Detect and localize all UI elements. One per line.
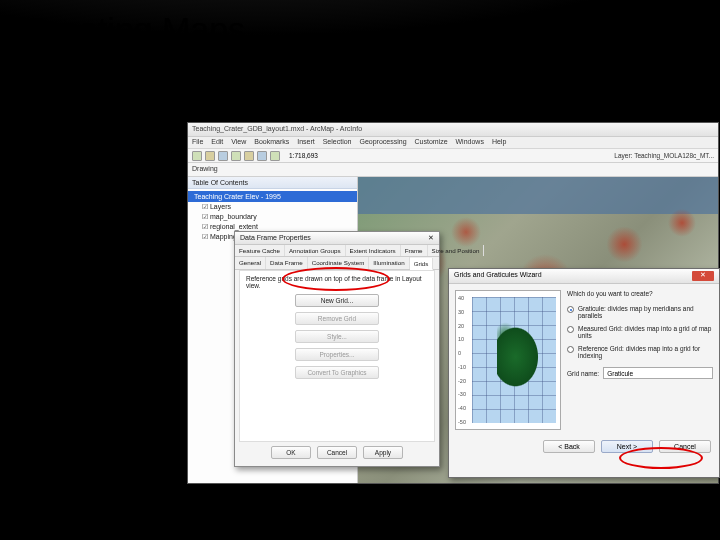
- toolbar-icon[interactable]: [231, 151, 241, 161]
- lat-tick: 0: [458, 350, 466, 356]
- radio-measured-label: Measured Grid: divides map into a grid o…: [578, 325, 713, 339]
- tab-annotation-groups[interactable]: Annotation Groups: [285, 245, 346, 256]
- toolbar-icon[interactable]: [270, 151, 280, 161]
- gridname-label: Grid name:: [567, 370, 599, 377]
- slide-subtitle: Adding Graticules: [24, 51, 720, 79]
- wizard-question: Which do you want to create?: [567, 290, 713, 297]
- wizard-title: Grids and Graticules Wizard: [454, 271, 542, 281]
- toc-layers-group[interactable]: Layers: [188, 202, 357, 212]
- tab-grids[interactable]: Grids: [410, 258, 434, 270]
- arcmap-screenshot: Teaching_Crater_GDB_layout1.mxd - ArcMap…: [188, 123, 718, 483]
- tab-size-position[interactable]: Size and Position: [428, 245, 485, 256]
- lat-tick: -30: [458, 391, 466, 397]
- lat-tick: -40: [458, 405, 466, 411]
- new-grid-button[interactable]: New Grid...: [295, 294, 379, 307]
- gridname-input[interactable]: [603, 367, 713, 379]
- arcmap-menubar[interactable]: File Edit View Bookmarks Insert Selectio…: [188, 137, 718, 149]
- lat-tick: 20: [458, 323, 466, 329]
- convert-graphics-button[interactable]: Convert To Graphics: [295, 366, 379, 379]
- menu-bookmarks[interactable]: Bookmarks: [254, 138, 289, 145]
- toolbar-icon[interactable]: [218, 151, 228, 161]
- ok-button[interactable]: OK: [271, 446, 311, 459]
- next-button[interactable]: Next >: [601, 440, 653, 453]
- arcmap-toolbar-2: Drawing: [188, 163, 718, 177]
- close-icon[interactable]: ✕: [428, 234, 434, 242]
- tab-feature-cache[interactable]: Feature Cache: [235, 245, 285, 256]
- menu-windows[interactable]: Windows: [456, 138, 484, 145]
- lat-tick: -10: [458, 364, 466, 370]
- wizard-preview: 40 30 20 10 0 -10 -20 -30 -40 -50: [455, 290, 561, 430]
- radio-graticule[interactable]: [567, 306, 574, 313]
- menu-selection[interactable]: Selection: [323, 138, 352, 145]
- scale-value: 1:718,693: [289, 152, 318, 159]
- style-button[interactable]: Style...: [295, 330, 379, 343]
- menu-view[interactable]: View: [231, 138, 246, 145]
- radio-reference-grid[interactable]: [567, 346, 574, 353]
- radio-graticule-label: Graticule: divides map by meridians and …: [578, 305, 713, 319]
- close-icon[interactable]: ✕: [692, 271, 714, 281]
- menu-edit[interactable]: Edit: [211, 138, 223, 145]
- grids-graticules-wizard: Grids and Graticules Wizard ✕ 40 30 20 1…: [448, 268, 720, 478]
- layer-label: Layer:: [614, 152, 632, 159]
- apply-button[interactable]: Apply: [363, 446, 403, 459]
- toolbar-icon[interactable]: [192, 151, 202, 161]
- toc-header: Table Of Contents: [188, 177, 357, 189]
- radio-reference-label: Reference Grid: divides map into a grid …: [578, 345, 713, 359]
- back-button[interactable]: < Back: [543, 440, 595, 453]
- toolbar-icon[interactable]: [257, 151, 267, 161]
- slide-paragraph-2: Follow the wizard to set options: [28, 192, 178, 230]
- toc-item[interactable]: map_boundary: [188, 212, 357, 222]
- lat-tick: 30: [458, 309, 466, 315]
- menu-file[interactable]: File: [192, 138, 203, 145]
- properties-button[interactable]: Properties...: [295, 348, 379, 361]
- tab-coord-system[interactable]: Coordinate System: [308, 257, 370, 269]
- toolbar-icon[interactable]: [244, 151, 254, 161]
- arcmap-toolbar-1: 1:718,693 Layer: Teaching_MOLA128c_MT...: [188, 149, 718, 163]
- wizard-cancel-button[interactable]: Cancel: [659, 440, 711, 453]
- radio-measured-grid[interactable]: [567, 326, 574, 333]
- cancel-button[interactable]: Cancel: [317, 446, 357, 459]
- tab-frame[interactable]: Frame: [401, 245, 428, 256]
- lat-tick: -50: [458, 419, 466, 425]
- layer-value: Teaching_MOLA128c_MT...: [634, 152, 714, 159]
- drawing-label: Drawing: [192, 165, 218, 172]
- tab-illumination[interactable]: Illumination: [369, 257, 409, 269]
- tab-data-frame[interactable]: Data Frame: [266, 257, 308, 269]
- lat-tick: 10: [458, 336, 466, 342]
- dfp-title: Data Frame Properties: [240, 234, 311, 242]
- tab-extent-indicators[interactable]: Extent Indicators: [346, 245, 401, 256]
- menu-geoprocessing[interactable]: Geoprocessing: [359, 138, 406, 145]
- slide-paragraph-1: On the Grids tab, click “New Grid…”: [28, 140, 178, 178]
- slide-body: On the Grids tab, click “New Grid…” Foll…: [28, 140, 178, 243]
- toc-selected-layer[interactable]: Teaching Crater Elev - 1995: [188, 191, 357, 202]
- menu-help[interactable]: Help: [492, 138, 506, 145]
- lat-tick: -20: [458, 378, 466, 384]
- menu-customize[interactable]: Customize: [414, 138, 447, 145]
- remove-grid-button[interactable]: Remove Grid: [295, 312, 379, 325]
- slide-title: Creating Maps: [24, 10, 720, 49]
- data-frame-properties-dialog: Data Frame Properties ✕ Feature Cache An…: [234, 231, 440, 467]
- arcmap-titlebar: Teaching_Crater_GDB_layout1.mxd - ArcMap…: [188, 123, 718, 137]
- toolbar-icon[interactable]: [205, 151, 215, 161]
- menu-insert[interactable]: Insert: [297, 138, 315, 145]
- tab-general[interactable]: General: [235, 257, 266, 269]
- dfp-caption: Reference grids are drawn on top of the …: [246, 275, 428, 289]
- lat-tick: 40: [458, 295, 466, 301]
